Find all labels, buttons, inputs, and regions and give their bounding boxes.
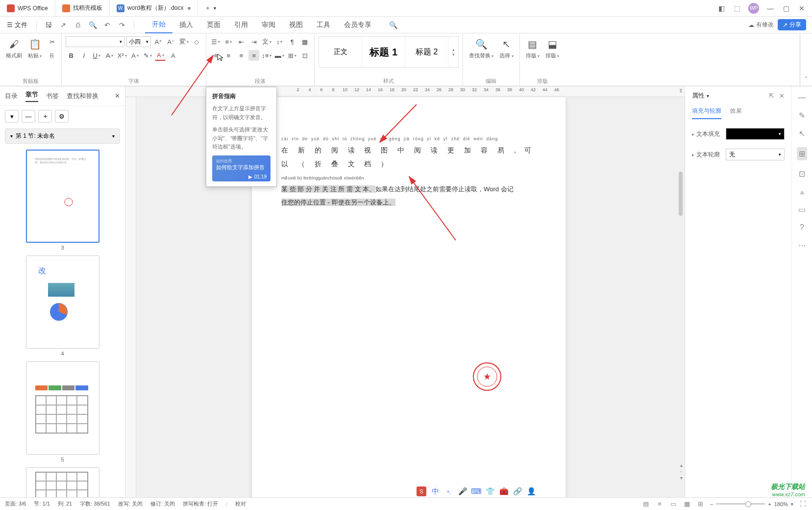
vertical-ruler[interactable] [125,97,136,497]
document-tab[interactable]: W word教程（新）.docx [110,0,198,16]
redo-icon[interactable]: ↷ [116,19,128,31]
increase-indent-icon[interactable]: ⇥ [248,36,259,47]
status-proofread[interactable]: 校对 [235,500,246,508]
strikethrough-button[interactable]: A̶ [104,50,115,61]
view-print-icon[interactable]: ▤ [641,500,650,509]
ruler-toggle-icon[interactable]: ⊼ [679,88,683,94]
numbered-list-icon[interactable]: ≡ [223,36,234,47]
highlight-button[interactable]: ✎ [142,50,153,61]
maximize-icon[interactable]: ▢ [782,4,790,13]
scrollbar-thumb[interactable] [679,172,683,216]
pencil-icon[interactable]: ✎ [799,111,805,120]
style-normal[interactable]: 正文 [319,37,362,67]
share-button[interactable]: ↗ 分享 [778,19,806,30]
cube-icon[interactable]: ⬚ [733,4,741,13]
nav-tab-findreplace[interactable]: 查找和替换 [67,92,98,101]
style-heading2[interactable]: 标题 2 [405,37,448,67]
tab-page[interactable]: 页面 [200,17,227,33]
minimize-icon[interactable]: — [766,4,775,13]
cursor-icon[interactable]: ↖ [799,129,805,138]
close-icon[interactable]: ✕ [797,4,806,13]
collapse-all-icon[interactable]: ▾ [5,110,19,123]
fullscreen-icon[interactable]: ⛶ [798,500,807,509]
tab-review[interactable]: 审阅 [255,17,282,33]
new-tab-button[interactable]: ＋ ▾ [198,0,223,16]
format-painter-button[interactable]: 🖌 格式刷 [4,36,24,60]
char-shading-icon[interactable]: A [168,50,178,61]
arrange-button[interactable]: ▤ 排版 ▾ [524,36,541,60]
paragraph-settings-icon[interactable]: ⊡ [299,50,310,61]
tab-view[interactable]: 视图 [282,17,310,33]
status-words[interactable]: 字数: 38/561 [80,500,110,508]
zoom-out-icon[interactable]: − [710,501,713,507]
status-overwrite[interactable]: 改写: 关闭 [118,500,143,508]
page-down-icon[interactable]: ▾ [680,475,683,481]
section-header[interactable]: ▾ 第 1 节: 未命名 ▾ [5,128,120,144]
pinyin-guide-button[interactable]: 変 [178,36,189,47]
tab-tools[interactable]: 工具 [310,17,337,33]
app-tab-wps[interactable]: WPS Office [0,0,55,16]
text-direction-icon[interactable]: 文 [261,36,272,47]
tooltip-video[interactable]: 如何使用 如何给文字添加拼音 ▶ 01:19 [212,155,271,181]
close-panel-icon[interactable]: ✕ [779,92,785,100]
decrease-indent-icon[interactable]: ⇤ [236,36,246,47]
tab-insert[interactable]: 插入 [172,17,200,33]
status-column[interactable]: 列: 21 [58,500,72,508]
text-outline-label[interactable]: 文本轮廓 [692,151,720,159]
more-icon[interactable]: ⋯ [798,241,806,250]
print-preview-icon[interactable]: 🔍 [87,19,98,31]
file-menu[interactable]: ☰ 文件 [4,21,30,29]
view-focus-icon[interactable]: ⊞ [696,500,705,509]
camera-icon[interactable]: ⊡ [799,169,805,178]
shading-icon[interactable]: ▬ [274,50,285,61]
delete-section-icon[interactable]: — [22,110,35,123]
cut-icon[interactable]: ✂ [47,36,57,47]
select-button[interactable]: ↖ 选择 ▾ [497,36,515,60]
ime-lang-icon[interactable]: 中 [430,486,440,496]
bullet-list-icon[interactable]: ☰ [210,36,221,47]
ribbon-collapse-icon[interactable]: ˅ [805,76,808,83]
borders-icon[interactable]: ▦ [299,36,310,47]
tab-member[interactable]: 会员专享 [337,17,378,33]
book-icon[interactable]: ▭ [798,205,806,214]
paste-button[interactable]: 📋 粘贴 ▾ [26,36,44,60]
status-page[interactable]: 页面: 3/6 [5,500,26,508]
style-heading1[interactable]: 标题 1 [362,37,405,67]
text-fill-label[interactable]: 文本填充 [692,130,720,138]
font-color-button[interactable]: A [155,50,166,61]
app-tab-templates[interactable]: 找稻壳模板 [55,0,110,16]
tab-start[interactable]: 开始 [145,17,172,33]
rp-tab-fill-outline[interactable]: 填充与轮廓 [692,107,721,119]
microphone-icon[interactable]: 🎤 [458,486,468,496]
view-web-icon[interactable]: ▭ [669,500,678,509]
user-avatar[interactable]: WP [748,3,759,14]
pin-icon[interactable]: ⇱ [769,92,774,100]
person-icon[interactable]: 👤 [526,486,536,496]
show-marks-icon[interactable]: ¶ [287,36,297,47]
shrink-font-icon[interactable]: A⁻ [166,36,176,47]
page-up-icon[interactable]: ▴ [680,462,683,468]
sogou-ime-icon[interactable]: S [417,486,426,496]
ruler-tool-icon[interactable]: ⟁ [800,187,805,196]
shirt-icon[interactable]: 👕 [485,486,495,496]
font-name-combo[interactable]: ▾ [66,36,124,47]
tab-reference[interactable]: 引用 [227,17,255,33]
styles-more-icon[interactable]: ▾ [448,52,458,57]
view-outline-icon[interactable]: ≡ [655,500,664,509]
underline-button[interactable]: U [91,50,102,61]
panel-icon[interactable]: ◧ [717,4,726,13]
print-icon[interactable]: ⎙ [72,19,84,31]
line-spacing-icon[interactable]: ↕≡ [261,50,272,61]
save-icon[interactable]: 🖫 [43,19,54,31]
toolbox-icon[interactable]: 🧰 [499,486,509,496]
status-revision[interactable]: 修订: 关闭 [150,500,175,508]
export-icon[interactable]: ↗ [57,19,69,31]
tab-icon[interactable]: ⊞ [287,50,297,61]
undo-icon[interactable]: ↶ [101,19,113,31]
nav-close-icon[interactable]: ✕ [115,92,120,100]
nav-tab-toc[interactable]: 目录 [5,92,18,101]
find-replace-button[interactable]: 🔍 查找替换 ▾ [467,36,495,60]
document-page[interactable]: zài xīn de yuè dú shì tú zhōng yuè dú gè… [252,97,566,497]
zoom-in-icon[interactable]: + [768,501,771,507]
page-nav-icon[interactable]: ◦ [680,469,683,474]
